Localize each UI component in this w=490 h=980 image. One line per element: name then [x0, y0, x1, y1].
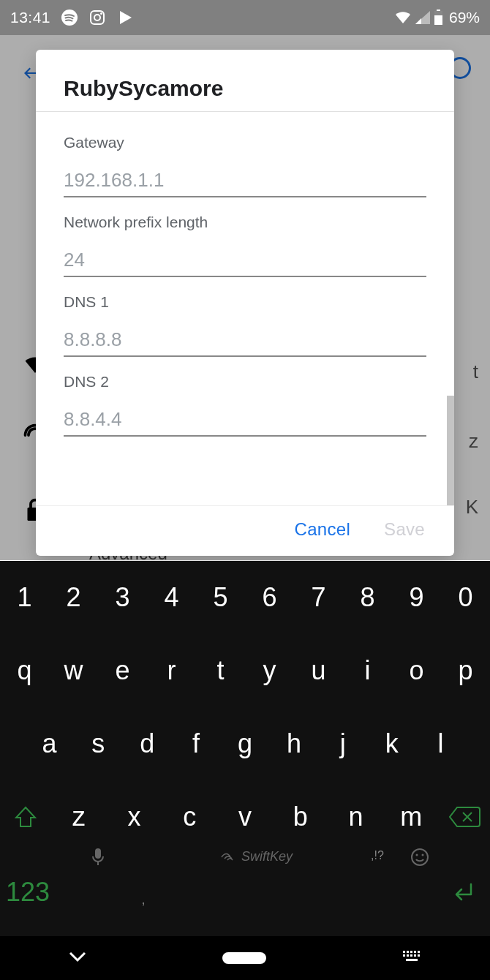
keyboard-row-numbers: 1 2 3 4 5 6 7 8 9 0: [0, 568, 490, 627]
swiftkey-icon: [221, 851, 237, 864]
svg-rect-20: [414, 954, 416, 957]
key-0[interactable]: 0: [441, 582, 490, 613]
key-f[interactable]: f: [172, 728, 221, 759]
key-o[interactable]: o: [392, 655, 441, 686]
key-p[interactable]: p: [441, 655, 490, 686]
save-button[interactable]: Save: [384, 519, 425, 540]
nav-back-hide-keyboard[interactable]: [67, 950, 88, 966]
cancel-button[interactable]: Cancel: [295, 519, 351, 540]
spacebar-key[interactable]: SwiftKey: [158, 849, 355, 864]
key-7[interactable]: 7: [294, 582, 343, 613]
shift-key[interactable]: [0, 803, 51, 831]
gateway-input[interactable]: [64, 165, 426, 197]
nav-bar: [0, 936, 490, 980]
svg-rect-16: [418, 951, 420, 953]
svg-rect-8: [95, 848, 101, 859]
signal-icon: [415, 10, 431, 25]
key-x[interactable]: x: [107, 802, 162, 832]
svg-rect-18: [407, 954, 409, 957]
key-m[interactable]: m: [383, 802, 439, 832]
svg-rect-22: [406, 959, 418, 961]
status-time: 13:41: [10, 9, 50, 26]
dns2-input[interactable]: [64, 404, 426, 437]
dialog-scrollbar[interactable]: [447, 396, 454, 505]
key-3[interactable]: 3: [98, 582, 147, 613]
keyboard-row-bottom: 123 , SwiftKey ,!?: [0, 853, 490, 912]
key-c[interactable]: c: [162, 802, 217, 832]
svg-rect-12: [403, 951, 405, 953]
dialog-title: RubySycamore: [36, 50, 454, 112]
spotify-icon: [61, 9, 78, 26]
key-t[interactable]: t: [196, 655, 245, 686]
key-b[interactable]: b: [273, 802, 328, 832]
key-s[interactable]: s: [74, 728, 123, 759]
dialog-actions: Cancel Save: [36, 505, 454, 556]
key-e[interactable]: e: [98, 655, 147, 686]
nav-home-pill[interactable]: [222, 952, 266, 964]
svg-point-10: [416, 854, 418, 856]
key-a[interactable]: a: [25, 728, 74, 759]
svg-rect-14: [410, 951, 412, 953]
prefix-input[interactable]: [64, 244, 426, 277]
dns1-input[interactable]: [64, 324, 426, 357]
key-k[interactable]: k: [367, 728, 416, 759]
key-q[interactable]: q: [0, 655, 49, 686]
punctuation-key[interactable]: ,!?: [355, 849, 399, 862]
key-i[interactable]: i: [343, 655, 392, 686]
key-r[interactable]: r: [147, 655, 196, 686]
dns1-label: DNS 1: [64, 293, 426, 311]
svg-point-2: [94, 15, 100, 20]
network-config-dialog: RubySycamore Gateway Network prefix leng…: [36, 50, 454, 556]
key-u[interactable]: u: [294, 655, 343, 686]
key-8[interactable]: 8: [343, 582, 392, 613]
key-9[interactable]: 9: [392, 582, 441, 613]
emoji-key[interactable]: [399, 848, 440, 870]
keyboard-row-zxcv: z x c v b n m: [0, 780, 490, 853]
comma-key[interactable]: ,: [129, 892, 158, 908]
soft-keyboard: 1 2 3 4 5 6 7 8 9 0 q w e r t y u i o p …: [0, 561, 490, 980]
svg-point-9: [412, 849, 428, 865]
key-y[interactable]: y: [245, 655, 294, 686]
svg-rect-13: [407, 951, 409, 953]
svg-rect-15: [414, 951, 416, 953]
keyboard-row-qwerty: q w e r t y u i o p: [0, 634, 490, 707]
mic-key[interactable]: [67, 848, 129, 870]
key-w[interactable]: w: [49, 655, 98, 686]
key-d[interactable]: d: [123, 728, 172, 759]
play-store-icon: [116, 9, 134, 26]
svg-rect-6: [434, 15, 442, 25]
key-v[interactable]: v: [217, 802, 273, 832]
svg-point-11: [422, 854, 424, 856]
battery-icon: [434, 10, 443, 26]
key-g[interactable]: g: [221, 728, 270, 759]
nav-keyboard-switch[interactable]: [401, 949, 423, 968]
enter-key[interactable]: [440, 881, 484, 906]
svg-point-3: [100, 12, 102, 15]
key-2[interactable]: 2: [49, 582, 98, 613]
key-1[interactable]: 1: [0, 582, 49, 613]
svg-rect-21: [418, 954, 420, 957]
key-z[interactable]: z: [51, 802, 107, 832]
dialog-body: Gateway Network prefix length DNS 1 DNS …: [36, 112, 454, 505]
key-6[interactable]: 6: [245, 582, 294, 613]
mode-key-123[interactable]: 123: [6, 877, 67, 908]
key-l[interactable]: l: [416, 728, 465, 759]
instagram-icon: [88, 9, 106, 26]
backspace-key[interactable]: [439, 804, 490, 829]
key-j[interactable]: j: [318, 728, 367, 759]
key-5[interactable]: 5: [196, 582, 245, 613]
svg-rect-4: [437, 10, 440, 11]
svg-rect-19: [410, 954, 412, 957]
key-n[interactable]: n: [328, 802, 384, 832]
wifi-icon: [394, 10, 412, 25]
status-bar: 13:41 69%: [0, 0, 490, 35]
keyboard-brand: SwiftKey: [241, 849, 293, 864]
key-4[interactable]: 4: [147, 582, 196, 613]
keyboard-row-asdf: a s d f g h j k l: [0, 707, 490, 780]
battery-percent: 69%: [449, 9, 480, 26]
gateway-label: Gateway: [64, 134, 426, 151]
svg-rect-17: [403, 954, 405, 957]
dns2-label: DNS 2: [64, 373, 426, 391]
key-h[interactable]: h: [269, 728, 318, 759]
prefix-label: Network prefix length: [64, 214, 426, 231]
